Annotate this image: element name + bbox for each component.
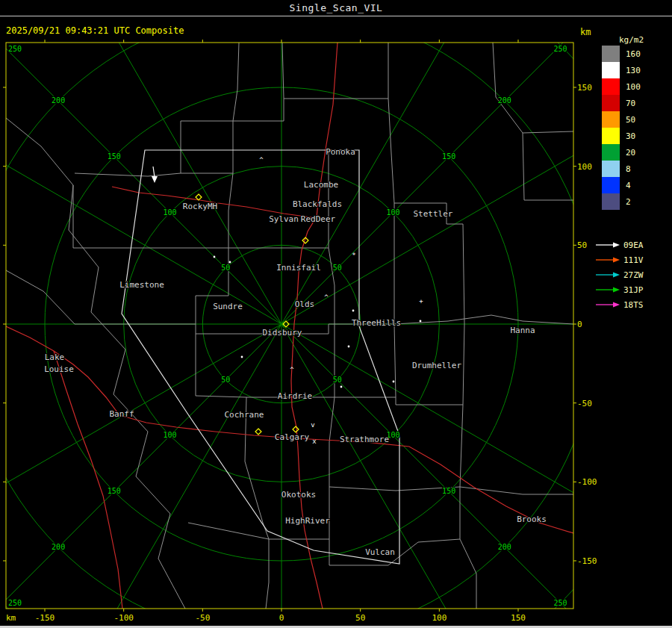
city-label: Ponoka [326,147,355,157]
scan-timestamp: 2025/09/21 09:43:21 UTC Composite [6,25,184,36]
range-ring-label: 200 [52,543,65,551]
colorbar-entry: 70 [602,95,641,111]
track-arrow-icon [595,256,620,264]
track-id: 31JP [623,285,644,295]
municipal-boundary [228,43,239,248]
colorbar-swatch [602,78,620,95]
municipal-boundary [394,324,396,397]
colorbar-entry: 4 [602,177,641,193]
track-arrow-icon [595,271,620,279]
colorbar: 16013010070503020842 [602,46,641,210]
range-ring-label: 100 [164,431,177,439]
y-axis-tick-label: -50 [577,399,592,408]
colorbar-value: 4 [626,181,631,190]
point-marker [352,310,355,312]
city-label: Banff [109,409,134,419]
range-ring-label: 250 [8,45,22,53]
city-label: Louise [44,364,74,374]
city-label: Airdrie [278,391,312,401]
municipal-boundary [491,315,573,324]
municipal-boundary [73,185,119,248]
point-marker [348,346,350,348]
window-title: Single_Scan_VIL [0,2,672,13]
municipal-boundary [493,43,573,200]
city-label: Drumheller [412,361,462,370]
colorbar-value: 130 [626,66,641,75]
range-ring [3,40,576,612]
city-label: HighRiver [285,516,330,526]
range-ring-label: 150 [442,152,455,161]
track-arrow-icon [595,286,620,293]
bottom-axis-unit-label: km [6,613,16,623]
city-label: Olds [295,299,315,309]
range-ring-label: 200 [52,96,65,105]
y-axis-tick-label: -150 [577,556,597,566]
municipal-boundary [523,131,573,133]
azimuth-line [3,100,281,324]
colorbar-value: 30 [626,131,635,141]
colorbar-value: 20 [626,148,635,158]
track-id: 27ZW [623,270,644,280]
y-axis-tick-label: 50 [577,240,587,250]
point-marker [340,386,343,388]
city-diamond-marker [255,429,261,435]
colorbar-title: kg/m2 [619,35,644,45]
colorbar-value: 2 [626,197,631,207]
track-id: 09EA [623,240,644,250]
colorbar-entry: 100 [602,78,641,95]
municipal-boundary [75,121,181,176]
colorbar-value: 100 [626,82,641,92]
point-glyph: ^ [324,293,329,301]
y-axis-tick-label: 100 [577,162,592,172]
x-axis-tick-label: 150 [503,613,533,623]
right-axis: 150100500-50-100-150 [576,0,606,628]
colorbar-swatch [602,128,620,144]
point-marker [420,320,422,323]
municipal-boundary [6,270,75,324]
range-ring-label: 50 [221,376,230,384]
colorbar-swatch [602,161,620,177]
range-ring-label: 250 [8,599,22,607]
point-marker [229,261,231,264]
azimuth-line [281,324,505,612]
colorbar-value: 8 [626,164,631,174]
bottom-axis: -150-100-50050100150 [0,613,582,624]
point-marker [393,381,395,383]
range-ring [3,40,576,612]
municipal-boundary [6,118,185,609]
city-label: Hanna [510,326,535,335]
city-label: Blackfalds [293,199,342,209]
map-layers: 5050505010010010010015015015015020020020… [3,40,576,612]
x-axis-tick-label: 50 [346,613,376,623]
city-label: Strathmore [340,435,389,444]
track-legend-item: 31JP [595,282,644,297]
track-legend-item: 27ZW [595,267,644,282]
colorbar-swatch [602,95,620,111]
range-ring-label: 200 [498,96,511,105]
city-label: Cochrane [225,410,264,420]
colorbar-swatch [602,193,620,210]
radar-map[interactable]: 5050505010010010010015015015015020020020… [3,40,576,612]
colorbar-value: 50 [626,115,635,125]
x-axis-tick-label: 100 [424,613,454,623]
city-diamond-marker [293,426,299,432]
colorbar-value: 160 [626,49,641,59]
city-label: ThreeHills [352,318,401,328]
colorbar-value: 70 [626,99,635,108]
highway-line [6,326,573,533]
city-label: Lake [45,352,65,362]
x-axis-tick-label: -150 [30,613,60,623]
colorbar-entry: 8 [602,161,641,177]
range-ring-label: 200 [498,543,511,551]
range-ring-label: 150 [108,152,121,161]
municipal-boundary [181,43,388,121]
colorbar-entry: 30 [602,128,641,144]
colorbar-swatch [602,46,620,62]
range-ring-label: 150 [108,487,121,495]
point-marker [241,356,243,358]
city-label: Sundre [213,302,243,311]
city-label: Calgary [275,432,310,442]
city-label: RedDeer [301,214,336,224]
colorbar-entry: 2 [602,193,641,210]
point-glyph: ^ [259,156,264,164]
